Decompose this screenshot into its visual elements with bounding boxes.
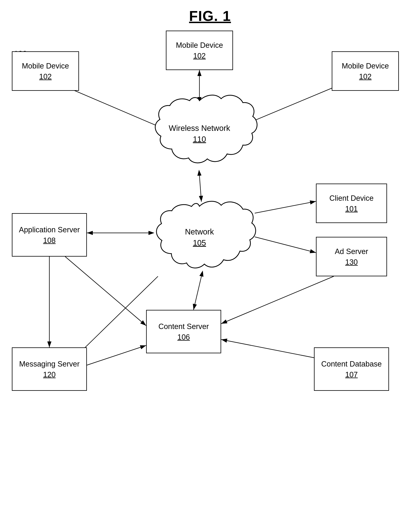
node-ad-server-number: 130 xyxy=(345,258,358,267)
node-mobile-top-left-label: Mobile Device xyxy=(22,61,69,71)
node-ad-server: Ad Server 130 xyxy=(316,237,387,276)
node-application-server-number: 108 xyxy=(43,236,55,245)
wireless-network-text: Wireless Network 110 xyxy=(138,91,261,176)
node-content-database-label: Content Database xyxy=(321,359,382,369)
node-client-device: Client Device 101 xyxy=(316,184,387,223)
svg-line-13 xyxy=(73,276,158,359)
wireless-network-label: Wireless Network xyxy=(169,123,230,133)
svg-line-7 xyxy=(255,201,316,213)
svg-line-10 xyxy=(65,257,146,326)
network-text: Network 105 xyxy=(142,197,257,276)
node-mobile-top-left-number: 102 xyxy=(39,73,52,81)
node-messaging-server-label: Messaging Server xyxy=(19,359,80,369)
node-mobile-top-right: Mobile Device 102 xyxy=(332,51,399,91)
node-messaging-server: Messaging Server 120 xyxy=(12,347,87,391)
node-client-device-label: Client Device xyxy=(329,193,374,203)
node-content-database: Content Database 107 xyxy=(314,347,389,391)
node-messaging-server-number: 120 xyxy=(43,370,55,379)
network-number: 105 xyxy=(193,238,206,247)
svg-line-8 xyxy=(255,237,316,253)
node-content-server-number: 106 xyxy=(177,333,190,341)
node-application-server-label: Application Server xyxy=(19,225,80,235)
node-content-server: Content Server 106 xyxy=(146,310,221,353)
node-wireless-network: Wireless Network 110 xyxy=(138,91,261,176)
node-ad-server-label: Ad Server xyxy=(335,247,368,256)
node-mobile-top-right-number: 102 xyxy=(359,73,371,81)
node-mobile-top-right-label: Mobile Device xyxy=(342,61,389,71)
node-mobile-top-left: Mobile Device 102 xyxy=(12,51,79,91)
wireless-network-number: 110 xyxy=(193,135,206,144)
node-mobile-top-center-number: 102 xyxy=(193,52,206,60)
network-label: Network xyxy=(185,227,214,237)
svg-line-15 xyxy=(221,276,334,324)
node-mobile-top-center-label: Mobile Device xyxy=(176,40,223,50)
node-client-device-number: 101 xyxy=(345,205,358,213)
node-application-server: Application Server 108 xyxy=(12,213,87,257)
svg-line-12 xyxy=(87,345,146,365)
node-content-database-number: 107 xyxy=(345,370,358,379)
diagram-container: FIG. 1 100 xyxy=(0,0,420,511)
node-mobile-top-center: Mobile Device 102 xyxy=(166,31,233,70)
node-content-server-label: Content Server xyxy=(158,322,209,331)
node-network: Network 105 xyxy=(142,197,257,276)
diagram-title: FIG. 1 xyxy=(189,8,231,24)
svg-line-9 xyxy=(194,276,201,310)
